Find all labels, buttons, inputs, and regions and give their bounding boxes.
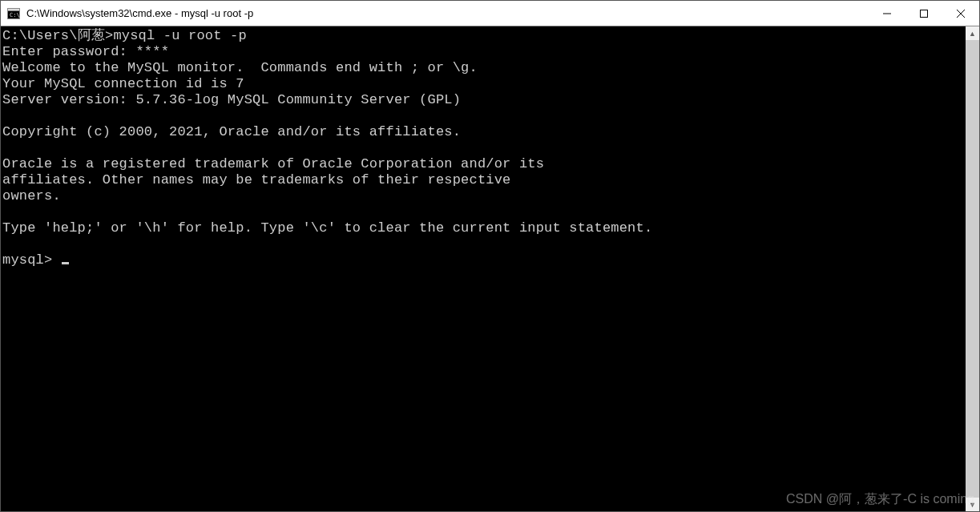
cmd-window: C:\ C:\Windows\system32\cmd.exe - mysql … <box>0 0 980 512</box>
vertical-scrollbar[interactable]: ▲ ▼ <box>966 26 979 511</box>
svg-rect-3 <box>921 10 928 17</box>
svg-rect-1 <box>8 8 20 10</box>
titlebar[interactable]: C:\ C:\Windows\system32\cmd.exe - mysql … <box>1 1 979 26</box>
scrollbar-track[interactable] <box>966 40 979 498</box>
window-title: C:\Windows\system32\cmd.exe - mysql -u r… <box>26 7 869 19</box>
client-area: C:\Users\阿葱>mysql -u root -p Enter passw… <box>1 26 979 511</box>
svg-text:C:\: C:\ <box>10 12 20 18</box>
close-button[interactable] <box>942 1 979 26</box>
window-controls <box>869 1 979 26</box>
scroll-down-arrow-icon[interactable]: ▼ <box>966 498 979 511</box>
cmd-icon: C:\ <box>7 7 20 20</box>
minimize-button[interactable] <box>869 1 905 26</box>
scrollbar-thumb[interactable] <box>966 40 979 498</box>
cursor <box>62 262 69 264</box>
scroll-up-arrow-icon[interactable]: ▲ <box>966 26 979 40</box>
terminal-output[interactable]: C:\Users\阿葱>mysql -u root -p Enter passw… <box>1 26 966 511</box>
maximize-button[interactable] <box>905 1 942 26</box>
